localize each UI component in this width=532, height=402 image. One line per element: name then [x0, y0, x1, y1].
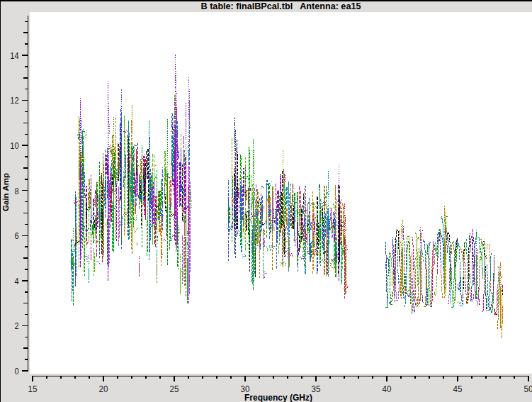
svg-text:2: 2 [14, 321, 18, 331]
svg-text:25: 25 [170, 384, 179, 394]
svg-text:15: 15 [28, 384, 38, 394]
svg-text:4: 4 [14, 276, 19, 286]
svg-text:6: 6 [14, 230, 19, 240]
svg-text:10: 10 [10, 140, 19, 150]
svg-text:40: 40 [383, 384, 392, 394]
svg-text:12: 12 [10, 96, 18, 106]
svg-text:45: 45 [453, 384, 463, 394]
svg-text:14: 14 [10, 50, 19, 60]
svg-text:30: 30 [241, 384, 250, 394]
svg-text:8: 8 [14, 186, 19, 196]
svg-text:0: 0 [14, 366, 19, 376]
svg-text:35: 35 [312, 384, 321, 394]
svg-text:20: 20 [99, 384, 108, 394]
svg-text:50: 50 [524, 384, 532, 394]
